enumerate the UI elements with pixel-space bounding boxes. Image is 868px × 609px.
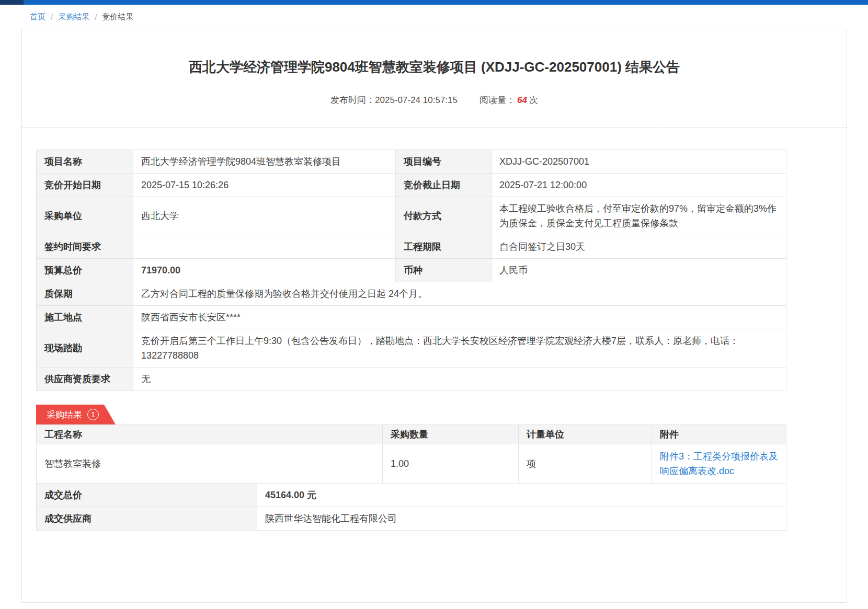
project-code-label: 项目编号 (396, 150, 492, 174)
currency-label: 币种 (396, 259, 492, 282)
result-tab-label: 采购结果 (47, 409, 82, 421)
breadcrumb-current: 竞价结果 (102, 12, 133, 22)
payment-value: 本工程竣工验收合格后，付至审定价款的97%，留审定金额的3%作为质保金，质保金支… (492, 197, 786, 235)
dashed-divider (22, 127, 847, 128)
result-count-badge: 1 (87, 409, 99, 420)
result-item-name: 智慧教室装修 (37, 444, 383, 484)
payment-label: 付款方式 (396, 197, 492, 235)
result-table: 工程名称 采购数量 计量单位 附件 智慧教室装修 1.00 项 附件3：工程类分… (36, 424, 786, 531)
result-header-unit: 计量单位 (519, 425, 652, 444)
result-section-tab: 采购结果 1 (36, 405, 116, 424)
bid-start-label: 竞价开始日期 (37, 174, 133, 197)
page-title: 西北大学经济管理学院9804班智慧教室装修项目 (XDJJ-GC-2025070… (22, 58, 847, 76)
currency-value: 人民币 (492, 259, 786, 282)
result-header-name: 工程名称 (37, 425, 383, 444)
table-row: 施工地点 陕西省西安市长安区**** (37, 306, 786, 329)
duration-value: 自合同签订之日30天 (492, 235, 786, 259)
attachment-link[interactable]: 附件3：工程类分项报价表及响应偏离表改.doc (660, 451, 778, 476)
total-price-label: 成交总价 (37, 484, 257, 507)
supplier-label: 成交供应商 (37, 507, 257, 531)
supplier-value: 陕西世华达智能化工程有限公司 (257, 507, 786, 531)
project-name-value: 西北大学经济管理学院9804班智慧教室装修项目 (133, 150, 396, 174)
bid-end-value: 2025-07-21 12:00:00 (492, 174, 786, 197)
bid-end-label: 竞价截止日期 (396, 174, 492, 197)
table-row: 采购单位 西北大学 付款方式 本工程竣工验收合格后，付至审定价款的97%，留审定… (37, 197, 786, 235)
table-row: 项目名称 西北大学经济管理学院9804班智慧教室装修项目 项目编号 XDJJ-G… (37, 150, 786, 174)
publish-info: 发布时间：2025-07-24 10:57:15阅读量：64次 (22, 94, 847, 106)
result-header-attachment: 附件 (652, 425, 786, 444)
budget-value: 71970.00 (133, 259, 396, 282)
table-row: 成交供应商 陕西世华达智能化工程有限公司 (37, 507, 786, 531)
table-header-row: 工程名称 采购数量 计量单位 附件 (37, 425, 786, 444)
result-header-quantity: 采购数量 (383, 425, 519, 444)
site-value: 陕西省西安市长安区**** (133, 306, 786, 329)
result-item-quantity: 1.00 (383, 444, 519, 484)
warranty-label: 质保期 (37, 282, 133, 306)
table-row: 智慧教室装修 1.00 项 附件3：工程类分项报价表及响应偏离表改.doc (37, 444, 786, 484)
total-price-value: 45164.00 元 (257, 484, 786, 507)
project-code-value: XDJJ-GC-202507001 (492, 150, 786, 174)
purchaser-value: 西北大学 (133, 197, 396, 235)
table-row: 签约时间要求 工程期限 自合同签订之日30天 (37, 235, 786, 259)
publish-time-label: 发布时间： (330, 95, 375, 105)
bid-start-value: 2025-07-15 10:26:26 (133, 174, 396, 197)
survey-value: 竞价开启后第三个工作日上午9:30（包含公告发布日），踏勘地点：西北大学长安校区… (133, 329, 786, 367)
breadcrumb-separator: / (95, 13, 97, 21)
project-info-table: 项目名称 西北大学经济管理学院9804班智慧教室装修项目 项目编号 XDJJ-G… (36, 150, 786, 391)
top-accent-bar (0, 0, 868, 5)
breadcrumb-separator: / (51, 13, 53, 21)
views-count: 64 (517, 95, 527, 105)
table-row: 预算总价 71970.00 币种 人民币 (37, 259, 786, 282)
views-unit: 次 (529, 95, 538, 105)
sign-time-value (133, 235, 396, 259)
survey-label: 现场踏勘 (37, 329, 133, 367)
table-row: 供应商资质要求 无 (37, 367, 786, 391)
qualification-value: 无 (133, 367, 786, 391)
top-accent-blue-bar (24, 0, 868, 5)
qualification-label: 供应商资质要求 (37, 367, 133, 391)
duration-label: 工程期限 (396, 235, 492, 259)
breadcrumb: 首页 / 采购结果 / 竞价结果 (0, 5, 868, 29)
breadcrumb-home-link[interactable]: 首页 (30, 12, 45, 22)
warranty-value: 乙方对合同工程的质量保修期为验收合格并交付使用之日起 24个月。 (133, 282, 786, 306)
announcement-card: 西北大学经济管理学院9804班智慧教室装修项目 (XDJJ-GC-2025070… (21, 29, 847, 603)
purchaser-label: 采购单位 (37, 197, 133, 235)
table-row: 质保期 乙方对合同工程的质量保修期为验收合格并交付使用之日起 24个月。 (37, 282, 786, 306)
sign-time-label: 签约时间要求 (37, 235, 133, 259)
table-row: 现场踏勘 竞价开启后第三个工作日上午9:30（包含公告发布日），踏勘地点：西北大… (37, 329, 786, 367)
top-accent-navy-block (0, 0, 24, 5)
site-label: 施工地点 (37, 306, 133, 329)
project-name-label: 项目名称 (37, 150, 133, 174)
publish-time-value: 2025-07-24 10:57:15 (375, 95, 458, 105)
breadcrumb-section-link[interactable]: 采购结果 (58, 12, 89, 22)
table-row: 竞价开始日期 2025-07-15 10:26:26 竞价截止日期 2025-0… (37, 174, 786, 197)
table-row: 成交总价 45164.00 元 (37, 484, 786, 507)
budget-label: 预算总价 (37, 259, 133, 282)
views-label: 阅读量： (479, 95, 515, 105)
result-item-unit: 项 (519, 444, 652, 484)
